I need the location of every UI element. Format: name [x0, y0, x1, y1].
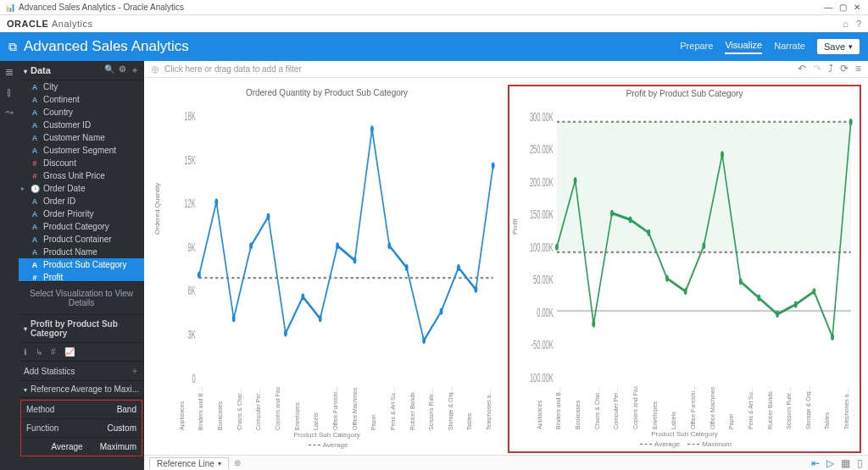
tree-item-profit[interactable]: #Profit: [19, 271, 144, 282]
add-canvas-icon[interactable]: ⊕: [234, 458, 241, 467]
rail-data-icon[interactable]: ≣: [5, 66, 14, 78]
tree-item-order-id[interactable]: AOrder ID: [19, 195, 144, 207]
attribute-icon: A: [31, 210, 39, 218]
chart2-title: Profit by Product Sub Category: [509, 86, 860, 101]
view-single-icon[interactable]: ▯: [857, 457, 863, 469]
viz-hint: Select Visualization to View Details: [19, 282, 144, 315]
add-filter-icon[interactable]: ⊕: [151, 64, 159, 75]
tree-item-continent[interactable]: AContinent: [19, 93, 144, 106]
canvas-menu-icon[interactable]: ≡: [855, 63, 861, 75]
x-category-label: Labels: [670, 385, 676, 429]
window-minimize[interactable]: —: [822, 3, 834, 12]
home-icon[interactable]: ⌂: [843, 19, 849, 29]
attribute-icon: A: [31, 121, 39, 130]
canvas-tab-reference-line[interactable]: Reference Line▾: [149, 457, 229, 469]
x-category-label: Storage & Organization: [805, 385, 811, 429]
save-button[interactable]: Save▾: [817, 39, 860, 54]
measure-icon: #: [31, 172, 39, 180]
nav-first-icon[interactable]: ⇤: [811, 457, 820, 469]
tree-item-label: City: [43, 82, 58, 91]
viz-ordered-quantity[interactable]: Ordered Quantity by Product Sub Category…: [151, 85, 503, 453]
svg-point-40: [574, 177, 577, 184]
attribute-icon: A: [31, 134, 39, 142]
svg-point-11: [249, 242, 253, 249]
svg-point-50: [757, 295, 760, 301]
tree-item-country[interactable]: ACountry: [19, 106, 144, 119]
undo-icon[interactable]: ↶: [798, 63, 806, 75]
band-to-value[interactable]: Maximum: [100, 442, 136, 451]
help-icon[interactable]: ?: [856, 19, 861, 29]
svg-text:0.00K: 0.00K: [537, 305, 553, 320]
rail-bar-icon[interactable]: ⫿: [7, 86, 12, 98]
attribute-icon: A: [31, 108, 39, 117]
tree-item-product-container[interactable]: AProduct Container: [19, 233, 144, 246]
window-maximize[interactable]: ▢: [837, 3, 849, 12]
tree-item-product-sub-category[interactable]: AProduct Sub Category: [19, 258, 144, 271]
tree-item-product-category[interactable]: AProduct Category: [19, 220, 144, 233]
panel-menu-icon[interactable]: ⚙: [119, 64, 126, 76]
share-icon[interactable]: ⤴: [828, 63, 833, 75]
search-icon[interactable]: 🔍: [104, 64, 114, 76]
rail-flow-icon[interactable]: ⤳: [5, 107, 14, 119]
method-value[interactable]: Band: [117, 405, 136, 414]
tree-item-city[interactable]: ACity: [19, 80, 144, 93]
svg-point-48: [721, 151, 724, 158]
band-from-value[interactable]: Average: [52, 442, 83, 451]
reference-label: Reference: [31, 384, 70, 394]
panel-add-icon[interactable]: ＋: [131, 64, 139, 76]
svg-point-9: [214, 199, 218, 206]
viz-profit[interactable]: Profit by Product Sub Category Profit -1…: [508, 85, 861, 453]
prop-tab-analytics-icon[interactable]: 📈: [64, 347, 75, 357]
attribute-icon: A: [31, 147, 39, 155]
x-category-label: Envelopes: [652, 385, 658, 429]
svg-text:3K: 3K: [188, 327, 196, 342]
filter-hint[interactable]: Click here or drag data to add a filter: [164, 64, 302, 74]
x-category-label: Office Machines: [352, 386, 358, 430]
svg-point-23: [457, 264, 460, 271]
svg-text:150.00K: 150.00K: [530, 207, 554, 222]
svg-point-14: [301, 293, 304, 300]
tree-item-product-name[interactable]: AProduct Name: [19, 246, 144, 258]
tab-prepare[interactable]: Prepare: [680, 41, 713, 53]
tree-item-label: Discount: [43, 158, 76, 168]
prop-tab-general-icon[interactable]: ℹ: [24, 347, 27, 357]
tree-item-customer-segment[interactable]: ACustomer Segment: [19, 144, 144, 157]
prop-tab-values-icon[interactable]: #: [51, 347, 56, 357]
view-grid-icon[interactable]: ▦: [841, 457, 850, 469]
tree-item-order-priority[interactable]: AOrder Priority: [19, 207, 144, 220]
tree-item-label: Order Date: [43, 184, 85, 193]
tab-visualize[interactable]: Visualize: [725, 40, 762, 54]
chart1-legend: Average: [152, 440, 502, 452]
x-category-label: Telephones and Communication: [843, 385, 849, 429]
function-value[interactable]: Custom: [108, 423, 136, 433]
window-close[interactable]: ✕: [851, 3, 863, 12]
svg-point-52: [794, 301, 798, 308]
svg-point-10: [232, 315, 236, 322]
x-category-label: Office Furnishings: [332, 386, 338, 430]
tree-item-order-date[interactable]: ▸🕓Order Date: [19, 182, 144, 195]
tree-item-label: Customer Segment: [43, 146, 116, 155]
highlighted-reference-settings: Method Band Function Custom Average Maxi…: [20, 400, 142, 456]
add-statistics-button[interactable]: ＋: [131, 365, 139, 377]
app-icon: 📊: [5, 3, 15, 12]
reference-value[interactable]: Average to Maxi...: [71, 384, 139, 394]
tree-item-discount[interactable]: #Discount: [19, 157, 144, 169]
svg-text:50.00K: 50.00K: [533, 272, 554, 287]
tab-narrate[interactable]: Narrate: [774, 41, 805, 53]
tree-item-customer-name[interactable]: ACustomer Name: [19, 131, 144, 144]
tree-item-customer-id[interactable]: ACustomer ID: [19, 119, 144, 131]
refresh-icon[interactable]: ⟳: [840, 63, 849, 75]
chevron-down-icon: ▾: [849, 42, 853, 51]
svg-point-24: [474, 286, 477, 293]
x-category-label: Copiers and Fax: [275, 386, 281, 430]
prop-tab-axis-icon[interactable]: ↳: [36, 347, 42, 357]
svg-point-41: [592, 321, 595, 328]
svg-text:-100.00K: -100.00K: [530, 370, 554, 384]
collapse-icon[interactable]: ▾: [24, 68, 27, 75]
tree-item-gross-unit-price[interactable]: #Gross Unit Price: [19, 169, 144, 182]
redo-icon[interactable]: ↷: [813, 63, 821, 75]
svg-rect-26: [557, 122, 851, 252]
tree-item-label: Continent: [43, 95, 80, 104]
nav-play-icon[interactable]: ▷: [826, 457, 834, 469]
tree-item-label: Product Category: [43, 222, 109, 231]
